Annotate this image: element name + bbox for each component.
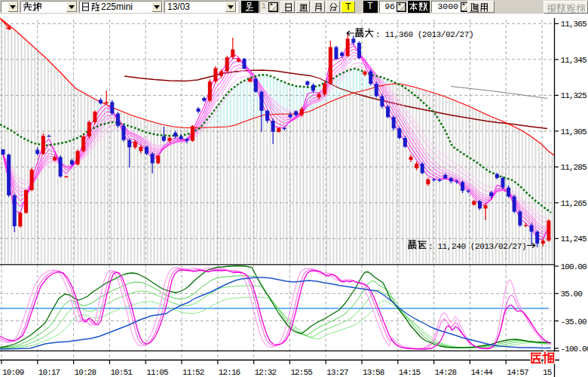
svg-text:11,245: 11,245 — [561, 234, 587, 244]
svg-text:14:44: 14:44 — [470, 368, 493, 377]
svg-text:11,285: 11,285 — [561, 163, 587, 172]
svg-text:12:55: 12:55 — [290, 368, 312, 377]
svg-text:100.00: 100.00 — [561, 262, 587, 271]
svg-text:13:58: 13:58 — [363, 368, 384, 377]
svg-text:15: 15 — [543, 368, 552, 377]
svg-text:14:15: 14:15 — [399, 368, 421, 377]
svg-text:11,365: 11,365 — [561, 20, 587, 29]
svg-text:10:09: 10:09 — [2, 368, 24, 377]
svg-text:-100.00: -100.00 — [561, 345, 588, 354]
svg-text:11,345: 11,345 — [561, 56, 587, 65]
svg-text:12:16: 12:16 — [219, 368, 240, 377]
svg-text:35.00: 35.00 — [561, 290, 583, 299]
svg-text:11,305: 11,305 — [561, 127, 587, 136]
svg-text:11:52: 11:52 — [182, 368, 204, 377]
svg-text:10:28: 10:28 — [75, 368, 96, 377]
svg-text:11,325: 11,325 — [561, 91, 587, 100]
svg-text:14:57: 14:57 — [507, 368, 528, 377]
svg-text:13:27: 13:27 — [326, 368, 348, 377]
svg-text:10:51: 10:51 — [110, 368, 133, 377]
svg-text:11:05: 11:05 — [146, 368, 168, 377]
svg-text:11,265: 11,265 — [561, 199, 587, 208]
svg-text:10:17: 10:17 — [38, 368, 60, 377]
svg-text:-35.00: -35.00 — [561, 317, 587, 326]
svg-text:14:28: 14:28 — [435, 368, 457, 377]
svg-text:: 11,240 (2013/02/27): : 11,240 (2013/02/27) — [428, 242, 526, 251]
svg-text:12:32: 12:32 — [255, 368, 277, 377]
svg-text:: 11,360 (2013/02/27): : 11,360 (2013/02/27) — [375, 30, 473, 39]
